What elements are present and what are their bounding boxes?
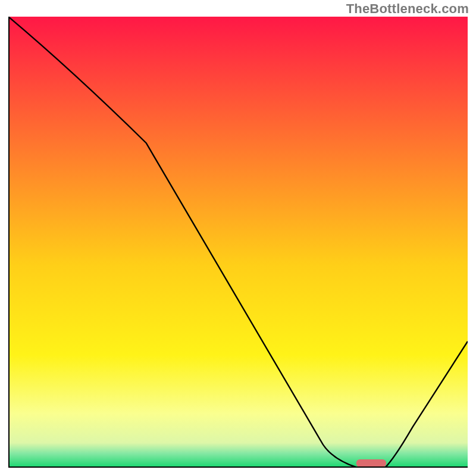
- bottleneck-curve: [8, 17, 468, 468]
- axes: [9, 17, 468, 467]
- chart-container: TheBottleneck.com: [0, 0, 476, 476]
- watermark-text: TheBottleneck.com: [346, 1, 469, 17]
- chart-overlay: [8, 17, 468, 468]
- optimal-marker: [356, 459, 386, 467]
- plot-area: [8, 17, 468, 468]
